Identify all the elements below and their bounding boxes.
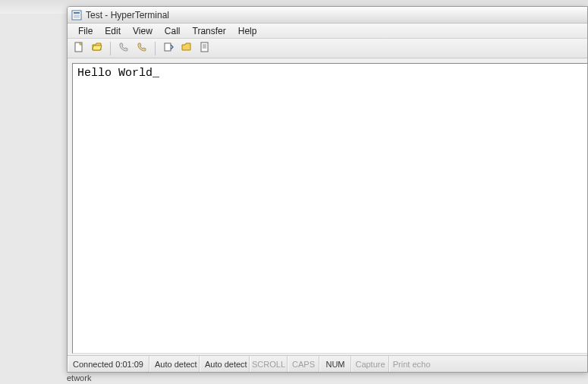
status-scroll: SCROLL xyxy=(250,356,288,372)
menu-call[interactable]: Call xyxy=(159,24,187,38)
receive-icon xyxy=(181,41,193,55)
properties-icon xyxy=(199,41,211,55)
toolbar xyxy=(68,39,587,58)
open-button[interactable] xyxy=(90,42,104,55)
toolbar-separator xyxy=(155,42,156,55)
status-autodetect-2: Auto detect xyxy=(200,356,250,372)
menu-file[interactable]: File xyxy=(72,24,99,38)
svg-rect-1 xyxy=(74,12,80,14)
terminal-cursor: _ xyxy=(153,67,159,80)
properties-button[interactable] xyxy=(198,42,212,55)
menu-transfer[interactable]: Transfer xyxy=(187,24,232,38)
window-title: Test - HyperTerminal xyxy=(86,10,169,20)
titlebar[interactable]: Test - HyperTerminal xyxy=(68,7,587,24)
status-connected-time: 0:01:09 xyxy=(115,360,143,369)
status-autodetect-1: Auto detect xyxy=(149,356,200,372)
svg-rect-4 xyxy=(165,43,171,51)
new-file-icon xyxy=(73,41,85,55)
app-window: Test - HyperTerminal File Edit View Call… xyxy=(67,6,588,373)
menu-help[interactable]: Help xyxy=(232,24,263,38)
terminal-text: Hello World xyxy=(77,67,153,80)
toolbar-separator xyxy=(110,42,111,55)
background-text-fragment: etwork xyxy=(67,373,91,382)
status-connected: Connected 0:01:09 xyxy=(68,356,149,372)
terminal-output[interactable]: Hello World_ xyxy=(72,63,587,354)
new-file-button[interactable] xyxy=(72,42,86,55)
svg-rect-5 xyxy=(201,42,208,52)
svg-rect-2 xyxy=(74,14,80,18)
open-folder-icon xyxy=(91,41,103,55)
content-area: Hello World_ xyxy=(68,58,587,355)
statusbar: Connected 0:01:09 Auto detect Auto detec… xyxy=(68,355,587,372)
status-caps: CAPS xyxy=(288,356,319,372)
app-icon xyxy=(71,9,83,21)
send-button[interactable] xyxy=(162,42,175,55)
status-num: NUM xyxy=(319,356,351,372)
connect-button[interactable] xyxy=(117,42,130,55)
send-icon xyxy=(162,41,175,55)
receive-button[interactable] xyxy=(180,42,193,55)
connect-phone-icon xyxy=(118,41,130,55)
status-connected-label: Connected xyxy=(73,360,113,369)
menu-edit[interactable]: Edit xyxy=(99,24,127,38)
disconnect-button[interactable] xyxy=(135,42,149,55)
status-capture: Capture xyxy=(351,356,389,372)
status-printecho: Print echo xyxy=(389,356,433,372)
menu-view[interactable]: View xyxy=(127,24,159,38)
menubar: File Edit View Call Transfer Help xyxy=(68,24,587,39)
disconnect-phone-icon xyxy=(136,41,148,55)
